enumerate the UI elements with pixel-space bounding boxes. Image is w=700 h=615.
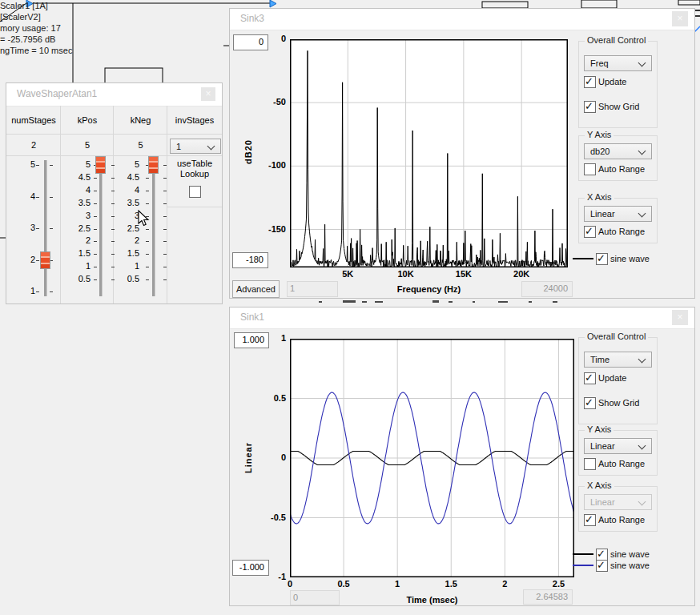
usetable-lookup-checkbox[interactable] [189, 186, 201, 198]
sink3-ymin-input[interactable]: -180 [232, 252, 268, 268]
sink1-y-axis-label: Linear [243, 442, 253, 473]
slider-tick-mark [163, 165, 167, 166]
slider-tick-mark [163, 241, 167, 242]
sink1-legend-label-1: sine wave [610, 549, 650, 559]
waveform-plot [290, 339, 574, 577]
sink3-titlebar[interactable]: Sink3 × [230, 9, 694, 30]
x-tick-label: 1 [377, 579, 417, 589]
slider-tick-label: 4.5 [112, 172, 139, 182]
x-tick-label: 2.5 [538, 579, 578, 589]
sink1-yaxis-combo[interactable]: Linear [584, 438, 652, 454]
column-header-invstages: invStages [167, 115, 222, 125]
slider-tick-label: 4 [112, 185, 139, 195]
sink3-update-checkbox[interactable] [584, 76, 596, 88]
sink3-xaxis-combo[interactable]: Linear [584, 206, 652, 222]
slider-tick-mark [146, 229, 149, 230]
close-icon[interactable]: × [672, 11, 688, 26]
slider-tick-mark [163, 279, 167, 280]
slider-tick-label: 2.5 [112, 223, 139, 233]
sink3-overall-combo[interactable]: Freq [584, 55, 652, 71]
sink1-xmin-input: 0 [290, 590, 340, 605]
slider-tick-mark [146, 279, 149, 280]
waveshaper-panel: WaveShaperAtan1 × numStages kPos kNeg in… [6, 82, 223, 304]
invstages-dropdown[interactable]: 1 [170, 139, 221, 154]
slider-tick-mark [146, 191, 149, 191]
slider-tick-label: 3.5 [112, 198, 139, 207]
sink3-xaxis-autorange-checkbox[interactable] [584, 226, 596, 238]
column-header-numstages: numStages [6, 115, 61, 125]
sink3-xmin-input: 1 [287, 281, 338, 297]
y-tick-label: -0.5 [254, 512, 286, 522]
x-tick-label: 5K [328, 269, 368, 279]
sink1-showgrid-checkbox[interactable] [584, 397, 596, 409]
slider-track[interactable] [152, 160, 155, 296]
group-label: X Axis [585, 192, 614, 202]
advanced-button[interactable]: Advanced [232, 280, 280, 298]
sink3-yaxis-autorange-label: Auto Range [598, 164, 645, 174]
slider-tick-mark [146, 254, 149, 255]
y-tick-label: 0 [254, 34, 286, 43]
column-header-kpos: kPos [61, 115, 114, 125]
y-tick-label: 0.5 [254, 393, 286, 403]
sink1-update-checkbox[interactable] [584, 372, 596, 384]
sink3-legend-checkbox[interactable] [596, 253, 608, 265]
legend-line-swatch [573, 553, 593, 555]
legend-line-swatch [573, 565, 593, 566]
group-label: Y Axis [585, 130, 614, 139]
x-tick-label: 1.5 [431, 579, 471, 589]
module-info-text: Scaler1 [1A] [ScalerV2] mory usage: 17 =… [0, 0, 72, 56]
sink3-xaxis-autorange-label: Auto Range [598, 227, 645, 236]
sink3-showgrid-label: Show Grid [598, 102, 639, 111]
chevron-down-icon [638, 210, 646, 218]
slider-tick-mark [163, 216, 167, 217]
sink3-yaxis-autorange-checkbox[interactable] [584, 163, 596, 175]
slider-tick-mark [163, 267, 167, 267]
sink3-window: Sink3 × 0 -180 dB20 Frequency (Hz) Advan… [229, 8, 695, 299]
sink1-overall-combo[interactable]: Time [584, 352, 652, 368]
close-icon[interactable]: × [672, 310, 688, 325]
sink1-title: Sink1 [240, 312, 264, 323]
slider-tick-label: 1 [112, 261, 139, 271]
sink1-yaxis-autorange-checkbox[interactable] [584, 458, 596, 470]
slider-tick-mark [146, 267, 149, 267]
chevron-down-icon [207, 143, 215, 151]
sink1-legend-checkbox-2[interactable] [596, 560, 608, 572]
sink1-xaxis-autorange-label: Auto Range [598, 515, 645, 525]
module-info-line: mory usage: 17 [0, 22, 72, 34]
slider-tick-mark [163, 203, 167, 204]
sink1-window: Sink1 × 1.000 -1.000 Linear Time (msec) … [229, 307, 695, 606]
x-tick-label: 10K [386, 269, 426, 279]
chevron-down-icon [638, 498, 646, 506]
sink1-xaxis-autorange-checkbox[interactable] [584, 514, 596, 526]
usetable-lookup-label: useTable Lookup [167, 159, 222, 179]
x-tick-label: 15K [444, 269, 484, 279]
sink3-yaxis-combo[interactable]: db20 [584, 143, 652, 159]
wire-arrow-icon [270, 0, 276, 7]
kpos-value: 5 [61, 140, 114, 150]
waveshaper-titlebar[interactable]: WaveShaperAtan1 × [6, 83, 222, 107]
sink1-xmax-input: 2.64583 [523, 589, 573, 605]
slider-tick-mark [163, 254, 167, 255]
slider-tick-mark [146, 241, 149, 242]
slider-tick-mark [163, 191, 167, 191]
slider-handle[interactable] [148, 156, 159, 174]
y-tick-label: -100 [254, 160, 286, 170]
sink1-titlebar[interactable]: Sink1 × [230, 308, 694, 329]
module-info-line: [ScalerV2] [0, 11, 72, 22]
chevron-down-icon [638, 356, 646, 364]
y-tick-label: -150 [254, 224, 286, 234]
kneg-slider[interactable]: 54.543.532.521.510.5 [6, 160, 167, 301]
slider-tick-label: 2 [112, 235, 139, 245]
chevron-down-icon [638, 147, 646, 155]
close-icon[interactable]: × [201, 87, 215, 101]
x-tick-label: 20K [501, 269, 541, 279]
sink3-showgrid-checkbox[interactable] [584, 101, 596, 113]
module-info-line: = -25.7956 dB [0, 34, 72, 45]
y-tick-label: -1 [254, 572, 286, 581]
sink3-legend-label: sine wave [610, 254, 650, 263]
group-label: Overall Control [585, 332, 648, 341]
sink3-y-axis-label: dB20 [243, 139, 253, 164]
slider-tick-label: 5 [112, 159, 139, 169]
slider-tick-mark [163, 229, 167, 230]
spectrum-plot [290, 39, 568, 267]
